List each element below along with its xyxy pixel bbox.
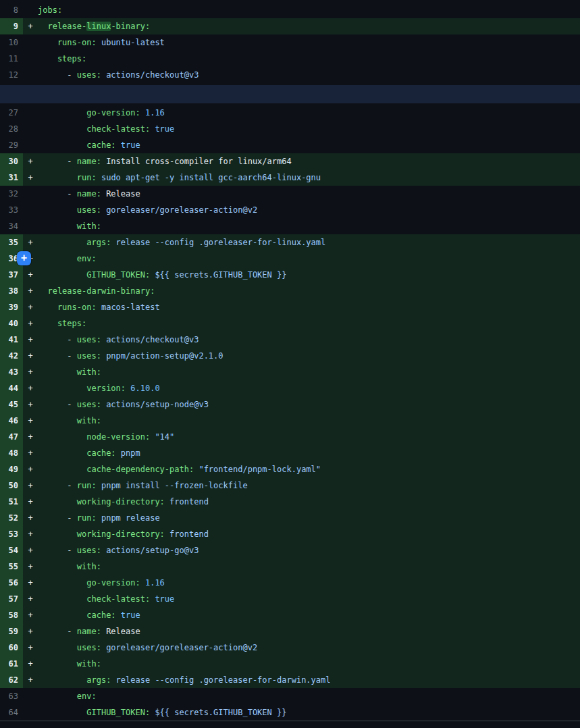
line-number[interactable]: 61 (0, 656, 23, 672)
diff-row: 10 runs-on: ubuntu-latest (0, 34, 580, 51)
added-marker: + (23, 315, 38, 332)
line-number[interactable]: 46 (0, 413, 23, 429)
line-number[interactable]: 63 (0, 688, 23, 704)
line-number[interactable]: 51 (0, 494, 23, 510)
line-number[interactable]: 48 (0, 445, 23, 461)
diff-row: 45+ - uses: actions/setup-node@v3 (0, 396, 580, 413)
line-number[interactable]: 9 (0, 18, 23, 34)
code-segment: macos-latest (97, 303, 160, 312)
line-number[interactable]: 29 (0, 137, 23, 153)
line-number[interactable]: 8 (0, 2, 23, 18)
code-segment: - (38, 351, 77, 361)
diff-marker (23, 51, 38, 67)
line-number[interactable]: 27 (0, 105, 23, 121)
code-segment: run: (77, 513, 97, 523)
code-segment: run: (77, 481, 97, 490)
line-number[interactable]: 56 (0, 575, 23, 591)
code-segment: - (38, 335, 77, 344)
code-line: args: release --config .goreleaser-for-l… (38, 234, 580, 251)
code-segment: 1.16 (140, 578, 165, 588)
code-segment: check-latest: (38, 594, 150, 604)
expand-hunk-band[interactable] (0, 85, 580, 103)
diff-row: 57+ check-latest: true (0, 591, 580, 607)
diff-marker (23, 688, 38, 704)
code-segment: - (38, 627, 77, 636)
code-line: node-version: "14" (38, 429, 580, 445)
diff-marker (23, 34, 38, 51)
line-number[interactable]: 34 (0, 218, 23, 234)
code-segment: - (38, 157, 77, 166)
line-number[interactable]: 59 (0, 623, 23, 640)
diff-row: 60+ uses: goreleaser/goreleaser-action@v… (0, 640, 580, 656)
add-comment-button[interactable]: + (17, 251, 31, 265)
code-line: jobs: (38, 2, 580, 18)
line-number[interactable]: 52 (0, 510, 23, 526)
line-number[interactable]: 60 (0, 640, 23, 656)
code-line: check-latest: true (38, 591, 580, 607)
code-line: cache-dependency-path: "frontend/pnpm-lo… (38, 461, 580, 477)
diff-row: 8jobs: (0, 2, 580, 18)
line-number[interactable]: 40 (0, 315, 23, 332)
line-number[interactable]: 33 (0, 202, 23, 218)
code-segment: working-directory: (38, 529, 165, 539)
line-number[interactable]: 35 (0, 234, 23, 251)
line-number[interactable]: 53 (0, 526, 23, 542)
code-segment: true (116, 140, 140, 150)
code-segment: true (150, 124, 174, 134)
added-marker: + (23, 477, 38, 494)
added-marker: + (23, 575, 38, 591)
line-number[interactable]: 47 (0, 429, 23, 445)
line-number[interactable]: 45 (0, 396, 23, 413)
code-segment: working-directory: (38, 497, 165, 506)
diff-row: 33 uses: goreleaser/goreleaser-action@v2 (0, 202, 580, 218)
line-number[interactable]: 37 (0, 267, 23, 283)
line-number[interactable]: 10 (0, 34, 23, 51)
code-line: release-darwin-binary: (38, 283, 580, 299)
line-number[interactable]: 41 (0, 332, 23, 348)
code-line: env: (38, 251, 580, 267)
line-number[interactable]: 42 (0, 348, 23, 364)
code-segment: with: (38, 562, 101, 571)
code-segment: 6.10.0 (126, 384, 160, 393)
code-segment: uses: (77, 400, 101, 409)
line-number[interactable]: 38 (0, 283, 23, 299)
code-line: working-directory: frontend (38, 494, 580, 510)
diff-row: 49+ cache-dependency-path: "frontend/pnp… (0, 461, 580, 477)
code-line: - uses: actions/setup-go@v3 (38, 542, 580, 558)
line-number[interactable]: 58 (0, 607, 23, 623)
line-number[interactable]: 50 (0, 477, 23, 494)
code-line: - uses: actions/checkout@v3 (38, 67, 580, 83)
line-number[interactable]: 31 (0, 170, 23, 186)
diff-marker (23, 2, 38, 18)
code-segment: name: (77, 627, 101, 636)
code-segment: ${{ secrets.GITHUB_TOKEN }} (150, 708, 286, 717)
line-number[interactable]: 62 (0, 672, 23, 688)
code-segment: release-darwin-binary: (38, 286, 155, 296)
line-number[interactable]: 32 (0, 186, 23, 202)
code-segment: actions/setup-node@v3 (101, 400, 209, 409)
code-line: args: release --config .goreleaser-for-d… (38, 672, 580, 688)
diff-row: 30+ - name: Install cross-compiler for l… (0, 153, 580, 170)
line-number[interactable]: 49 (0, 461, 23, 477)
bottom-divider (0, 721, 580, 728)
diff-row: 51+ working-directory: frontend (0, 494, 580, 510)
line-number[interactable]: 54 (0, 542, 23, 558)
line-number[interactable]: 39 (0, 299, 23, 315)
line-number[interactable]: 12 (0, 67, 23, 83)
line-number[interactable]: 57 (0, 591, 23, 607)
line-number[interactable]: 28 (0, 121, 23, 137)
diff-row: 59+ - name: Release (0, 623, 580, 640)
diff-marker (23, 704, 38, 721)
code-segment: name: (77, 157, 101, 166)
code-line: - run: pnpm install --frozen-lockfile (38, 477, 580, 494)
line-number[interactable]: 11 (0, 51, 23, 67)
line-number[interactable]: 64 (0, 704, 23, 721)
added-marker: + (23, 591, 38, 607)
diff-row: 58+ cache: true (0, 607, 580, 623)
code-segment: sudo apt-get -y install gcc-aarch64-linu… (97, 173, 321, 182)
line-number[interactable]: 43 (0, 364, 23, 380)
line-number[interactable]: 55 (0, 558, 23, 575)
line-number[interactable]: 30 (0, 153, 23, 170)
line-number[interactable]: 44 (0, 380, 23, 396)
code-segment: GITHUB_TOKEN: (38, 708, 150, 717)
